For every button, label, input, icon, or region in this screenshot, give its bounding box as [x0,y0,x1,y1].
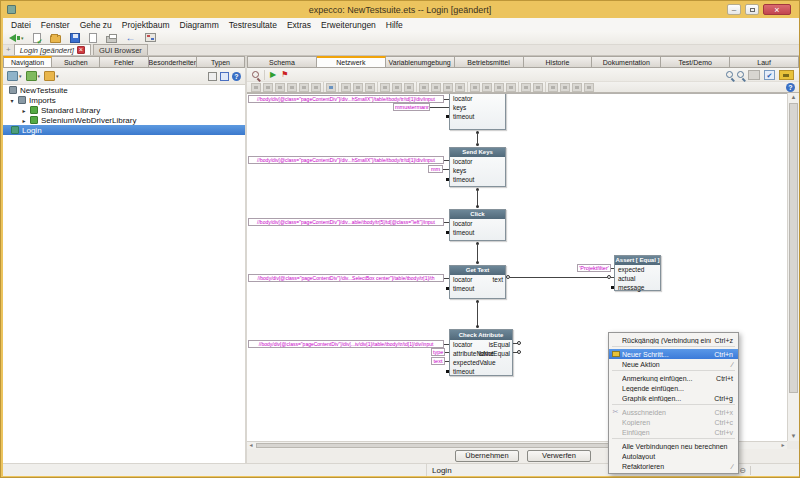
history-button[interactable] [145,33,156,42]
tree-item-seleniumwebdriverlibrary[interactable]: ▸ SeleniumWebDriverLibrary [3,115,245,125]
pin-label[interactable]: timeout [453,228,474,237]
breakpoint-icon[interactable]: ⚑ [281,70,288,80]
discard-button[interactable]: Verwerfen [527,450,591,462]
diagram-tool-icon[interactable] [275,83,285,92]
pin-label[interactable]: actual [618,274,635,283]
menu-item-neue-aktion[interactable]: Neue Aktion ∕ [609,359,738,369]
node-click[interactable]: Click locator timeout [449,209,506,241]
diagram-tool-icon[interactable] [533,83,543,92]
literal-value[interactable]: type [431,348,445,356]
pin-label[interactable]: isNotEqual [479,349,510,358]
menu-item-legende[interactable]: Legende einfügen... [609,383,738,393]
tab-dokumentation[interactable]: Dokumentation [592,56,661,68]
pin-label[interactable]: locator [453,94,473,103]
tab-lauf[interactable]: Lauf [730,56,799,68]
diagram-tool-icon[interactable] [584,83,594,92]
tree-item-imports[interactable]: ▾ Imports [3,95,245,105]
menu-testresultate[interactable]: Testresultate [224,19,282,31]
tab-fehler[interactable]: Fehler [100,56,148,68]
diagram-tool-icon[interactable] [572,83,582,92]
diagram-tool-icon[interactable] [560,83,570,92]
menu-datei[interactable]: Datei [6,19,36,31]
close-button[interactable]: × [763,4,791,15]
menu-projektbaum[interactable]: Projektbaum [117,19,175,31]
scrollbar-thumb[interactable] [789,103,798,393]
tab-typen[interactable]: Typen [197,56,245,68]
new-folder-button[interactable]: ▾ [44,71,59,81]
tab-historie[interactable]: Historie [524,56,593,68]
menu-item-ausschneiden[interactable]: ✂ Ausschneiden Ctrl+x [609,407,738,417]
tab-schema[interactable]: Schema [247,56,317,68]
diagram-tool-icon[interactable] [326,83,336,92]
vertical-scrollbar[interactable]: ▲ ▼ [787,93,799,441]
maximize-button[interactable] [745,4,759,15]
literal-xpath[interactable]: //body/div[@class="pageContentDiv"]/div.… [248,156,444,164]
diagram-tool-icon[interactable] [521,83,531,92]
pin-label[interactable]: locator [453,340,473,349]
diagram-tool-icon[interactable] [380,83,390,92]
pin-label[interactable]: text [493,275,503,284]
chevron-down-icon[interactable]: ▾ [38,73,41,79]
zoom-in-icon[interactable] [726,71,733,78]
diagram-tool-icon[interactable] [263,83,273,92]
tab-netzwerk[interactable]: Netzwerk [317,56,386,68]
pin-label[interactable]: locator [453,219,473,228]
diagram-tool-icon[interactable] [365,83,375,92]
tab-suchen[interactable]: Suchen [52,56,100,68]
menu-item-refaktorieren[interactable]: Refaktorieren ∕ [609,461,738,471]
menu-fenster[interactable]: Fenster [36,19,75,31]
menu-item-autolayout[interactable]: Autolayout [609,451,738,461]
literal-value[interactable]: mmustermann [393,103,430,111]
diagram-tool-icon[interactable] [341,83,351,92]
diagram-tool-icon[interactable] [548,83,558,92]
copy-view-icon[interactable] [208,72,217,81]
diagram-tool-icon[interactable] [287,83,297,92]
diagram-tool-icon[interactable] [392,83,402,92]
accept-button[interactable]: ✔ [33,33,41,43]
collapse-icon[interactable]: ⊖ [739,466,746,475]
tab-besonderheiten[interactable]: Besonderheiten [149,56,197,68]
node-get-text[interactable]: Get Text locatortext timeout [449,265,506,299]
tab-gui-browser[interactable]: GUI Browser [93,44,148,55]
chevron-down-icon[interactable]: ▾ [56,73,59,79]
pin-label[interactable]: keys [453,103,466,112]
pin-label[interactable]: expected [618,265,644,274]
menu-item-undo[interactable]: Rückgängig (Verbindung einrichten) Ctrl+… [609,335,738,345]
menu-item-neuer-schritt[interactable]: Neuer Schritt... Ctrl+n [609,349,738,359]
highlight-tool-icon[interactable] [779,70,794,80]
node-check-attribute[interactable]: Check Attribute locatorisEqual attribute… [449,329,513,376]
apply-button[interactable]: Übernehmen [455,450,519,462]
save-view-icon[interactable] [220,72,229,81]
node-send-keys[interactable]: Send Keys locator keys timeout [449,147,506,187]
scroll-right-icon[interactable]: ▸ [779,442,787,449]
minimize-button[interactable]: – [727,4,741,15]
snap-checkbox[interactable]: ✔ [764,70,775,80]
help-icon[interactable]: ? [786,83,795,92]
menu-gehe-zu[interactable]: Gehe zu [75,19,117,31]
menu-item-anmerkung[interactable]: Anmerkung einfügen... Ctrl+t [609,373,738,383]
pin-label[interactable]: timeout [453,367,474,376]
new-library-button[interactable]: ▾ [26,71,41,81]
diagram-tool-icon[interactable] [404,83,414,92]
expander-icon[interactable]: ▸ [21,107,27,114]
pin-label[interactable]: locator [453,157,473,166]
menu-extras[interactable]: Extras [282,19,316,31]
menu-hilfe[interactable]: Hilfe [381,19,408,31]
literal-xpath[interactable]: //body/div[@class="pageContentDiv"]/div.… [248,218,444,226]
undo-button[interactable]: ← [126,33,136,43]
node-assert-equal[interactable]: Assert [ Equal ] expected actual message [614,255,661,291]
menu-erweiterungen[interactable]: Erweiterungen [316,19,381,31]
diagram-tool-icon[interactable] [443,83,453,92]
menu-diagramm[interactable]: Diagramm [175,19,224,31]
pin-label[interactable]: locator [453,275,473,284]
pin-label[interactable]: message [618,283,644,292]
literal-value[interactable]: 'Projektfilter' [577,264,611,272]
diagram-tool-icon[interactable] [353,83,363,92]
scroll-left-icon[interactable]: ◂ [247,442,255,449]
fit-view-button[interactable] [748,70,760,80]
diagram-tool-icon[interactable] [494,83,504,92]
pin-label[interactable]: expectedValue [453,358,496,367]
zoom-out-icon[interactable] [737,71,744,78]
expander-icon[interactable]: ▸ [21,117,27,124]
node-type-text[interactable]: locator keys timeout [449,93,506,130]
